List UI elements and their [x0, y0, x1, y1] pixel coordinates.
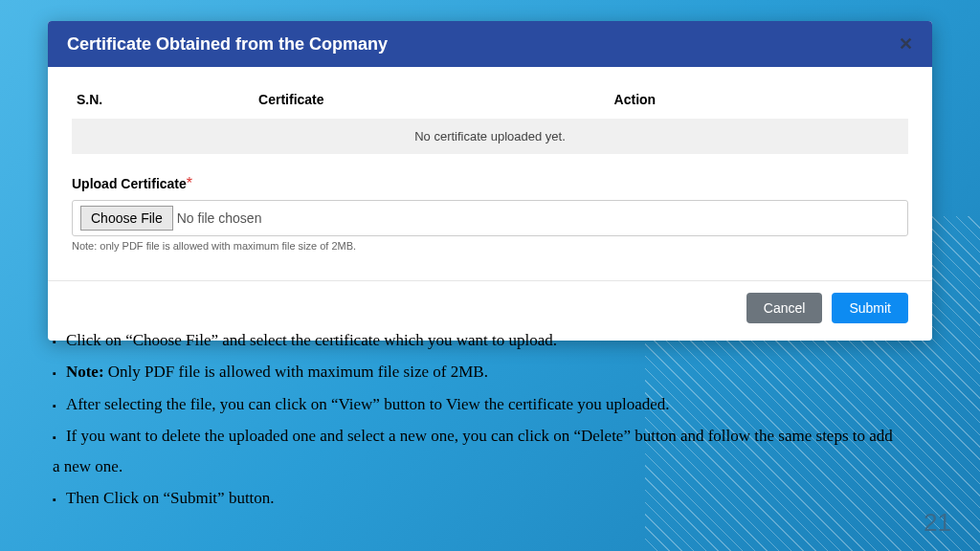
col-certificate: Certificate [258, 92, 614, 107]
close-icon[interactable]: ✕ [899, 33, 913, 55]
cancel-button[interactable]: Cancel [746, 293, 823, 323]
upload-label: Upload Certificate [72, 176, 187, 191]
modal-header: Certificate Obtained from the Copmany ✕ [48, 21, 932, 67]
instruction-item: Note: Only PDF file is allowed with maxi… [53, 357, 903, 386]
modal-title: Certificate Obtained from the Copmany [67, 34, 388, 55]
modal-body: S.N. Certificate Action No certificate u… [48, 67, 932, 263]
required-asterisk: * [187, 175, 192, 191]
table-header: S.N. Certificate Action [72, 84, 908, 115]
instruction-item: After selecting the file, you can click … [53, 389, 903, 419]
file-input[interactable]: Choose File No file chosen [72, 200, 908, 236]
upload-section: Upload Certificate* Choose File No file … [72, 175, 908, 252]
col-action: Action [614, 92, 903, 107]
col-sn: S.N. [77, 92, 258, 107]
instruction-item: If you want to delete the uploaded one a… [53, 421, 903, 481]
page-number: 21 [924, 508, 951, 538]
certificate-modal: Certificate Obtained from the Copmany ✕ … [48, 21, 932, 341]
note-bold: Note: [66, 363, 104, 381]
note-rest: Only PDF file is allowed with maximum fi… [104, 363, 488, 381]
instruction-item: Click on “Choose File” and select the ce… [53, 325, 903, 355]
instructions-list: Click on “Choose File” and select the ce… [53, 325, 903, 516]
choose-file-button[interactable]: Choose File [80, 206, 173, 231]
instruction-item: Then Click on “Submit” button. [53, 483, 903, 513]
file-note: Note: only PDF file is allowed with maxi… [72, 240, 908, 252]
submit-button[interactable]: Submit [832, 293, 908, 323]
empty-message: No certificate uploaded yet. [72, 119, 908, 154]
file-status: No file chosen [177, 210, 262, 226]
